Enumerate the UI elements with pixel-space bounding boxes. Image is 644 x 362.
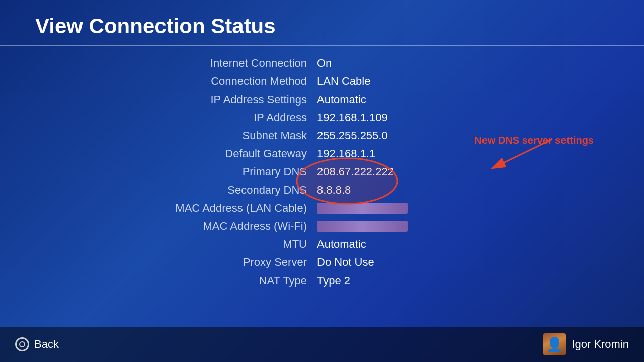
- page-title: View Connection Status: [0, 0, 644, 38]
- row-mtu: MTUAutomatic: [146, 236, 498, 253]
- value-ip-address: 192.168.1.109: [317, 111, 388, 124]
- value-secondary-dns: 8.8.8.8: [317, 184, 351, 197]
- row-ip-address: IP Address192.168.1.109: [146, 109, 498, 126]
- value-mtu: Automatic: [317, 238, 366, 251]
- row-primary-dns: Primary DNS208.67.222.222: [146, 163, 498, 180]
- label-primary-dns: Primary DNS: [146, 165, 317, 178]
- annotation-text: New DNS server settings: [474, 135, 594, 146]
- row-mac-lan: MAC Address (LAN Cable): [146, 200, 498, 217]
- back-button[interactable]: Back: [15, 337, 59, 351]
- label-ip-address: IP Address: [146, 111, 317, 124]
- label-secondary-dns: Secondary DNS: [146, 184, 317, 197]
- label-nat-type: NAT Type: [146, 274, 317, 287]
- bottom-bar: Back Igor Kromin: [0, 327, 644, 362]
- row-default-gateway: Default Gateway192.168.1.1: [146, 145, 498, 162]
- label-mac-wifi: MAC Address (Wi-Fi): [146, 220, 317, 233]
- label-proxy-server: Proxy Server: [146, 256, 317, 269]
- label-internet-connection: Internet Connection: [146, 57, 317, 70]
- value-primary-dns: 208.67.222.222: [317, 165, 394, 178]
- back-label: Back: [34, 338, 59, 351]
- value-mac-lan: [317, 203, 408, 214]
- user-info: Igor Kromin: [543, 333, 629, 355]
- row-subnet-mask: Subnet Mask255.255.255.0: [146, 127, 498, 144]
- row-proxy-server: Proxy ServerDo Not Use: [146, 254, 498, 271]
- label-connection-method: Connection Method: [146, 75, 317, 88]
- label-ip-address-settings: IP Address Settings: [146, 93, 317, 106]
- avatar: [543, 333, 566, 355]
- row-connection-method: Connection MethodLAN Cable: [146, 73, 498, 90]
- value-mac-wifi: [317, 221, 408, 232]
- row-secondary-dns: Secondary DNS8.8.8.8: [146, 182, 498, 199]
- value-proxy-server: Do Not Use: [317, 256, 374, 269]
- value-default-gateway: 192.168.1.1: [317, 147, 375, 160]
- value-connection-method: LAN Cable: [317, 75, 370, 88]
- label-default-gateway: Default Gateway: [146, 147, 317, 160]
- circle-button-icon: [15, 337, 29, 351]
- row-mac-wifi: MAC Address (Wi-Fi): [146, 218, 498, 235]
- dns-highlight-group: 208.67.222.222: [317, 165, 394, 178]
- label-mtu: MTU: [146, 238, 317, 251]
- row-ip-address-settings: IP Address SettingsAutomatic: [146, 91, 498, 108]
- value-subnet-mask: 255.255.255.0: [317, 129, 388, 142]
- value-internet-connection: On: [317, 57, 332, 70]
- row-nat-type: NAT TypeType 2: [146, 272, 498, 289]
- annotation-container: New DNS server settings: [474, 135, 594, 146]
- value-ip-address-settings: Automatic: [317, 93, 366, 106]
- user-name: Igor Kromin: [572, 338, 629, 351]
- label-mac-lan: MAC Address (LAN Cable): [146, 202, 317, 215]
- row-internet-connection: Internet ConnectionOn: [146, 55, 498, 72]
- label-subnet-mask: Subnet Mask: [146, 129, 317, 142]
- content-area: Internet ConnectionOnConnection MethodLA…: [0, 46, 644, 290]
- value-nat-type: Type 2: [317, 274, 350, 287]
